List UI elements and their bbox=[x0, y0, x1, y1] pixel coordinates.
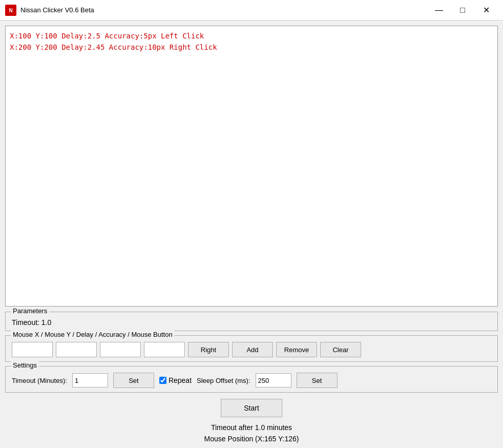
mouse-inputs-row: Right Add Remove Clear bbox=[12, 340, 491, 357]
maximize-button[interactable]: □ bbox=[451, 3, 474, 18]
minimize-button[interactable]: — bbox=[427, 3, 451, 18]
mouse-accuracy-input[interactable] bbox=[144, 342, 185, 357]
settings-legend: Settings bbox=[11, 361, 39, 369]
params-content: Timeout: 1.0 bbox=[12, 316, 491, 327]
window-title: Nissan Clicker V0.6 Beta bbox=[20, 6, 427, 14]
mouse-x-input[interactable] bbox=[12, 342, 53, 357]
parameters-legend: Parameters bbox=[11, 307, 49, 315]
sleep-offset-input[interactable] bbox=[256, 373, 291, 388]
repeat-checkbox[interactable] bbox=[159, 377, 166, 384]
mouse-y-input[interactable] bbox=[56, 342, 97, 357]
log-line-1: X:100 Y:100 Delay:2.5 Accuracy:5px Left … bbox=[10, 30, 493, 42]
mouse-delay-input[interactable] bbox=[100, 342, 141, 357]
remove-button[interactable]: Remove bbox=[276, 342, 317, 357]
status-area: Timeout after 1.0 minutes Mouse Position… bbox=[5, 423, 498, 443]
repeat-label[interactable]: Repeat bbox=[169, 376, 192, 384]
timeout-display: Timeout: 1.0 bbox=[12, 318, 51, 327]
set-timeout-button[interactable]: Set bbox=[113, 373, 154, 388]
settings-fieldset: Settings Timeout (Minutes): Set Repeat S… bbox=[5, 366, 498, 393]
clear-button[interactable]: Clear bbox=[320, 342, 361, 357]
start-area: Start bbox=[5, 399, 498, 417]
bottom-section: Parameters Timeout: 1.0 Mouse X / Mouse … bbox=[5, 312, 498, 443]
right-button[interactable]: Right bbox=[188, 342, 229, 357]
set-sleep-button[interactable]: Set bbox=[297, 373, 338, 388]
add-button[interactable]: Add bbox=[232, 342, 273, 357]
settings-row: Timeout (Minutes): Set Repeat Sleep Offs… bbox=[12, 371, 491, 388]
timeout-minutes-label: Timeout (Minutes): bbox=[12, 377, 67, 384]
title-bar: N Nissan Clicker V0.6 Beta — □ ✕ bbox=[0, 0, 503, 21]
mouse-position-text: Mouse Position (X:165 Y:126) bbox=[204, 435, 299, 443]
mouse-legend: Mouse X / Mouse Y / Delay / Accuracy / M… bbox=[11, 331, 175, 338]
start-button[interactable]: Start bbox=[221, 399, 282, 417]
repeat-checkbox-area: Repeat bbox=[159, 376, 192, 384]
close-button[interactable]: ✕ bbox=[474, 3, 498, 18]
app-icon: N bbox=[5, 5, 16, 16]
timeout-status-text: Timeout after 1.0 minutes bbox=[211, 423, 292, 432]
timeout-minutes-input[interactable] bbox=[72, 373, 108, 388]
sleep-offset-label: Sleep Offset (ms): bbox=[197, 377, 250, 384]
main-content: X:100 Y:100 Delay:2.5 Accuracy:5px Left … bbox=[0, 21, 503, 448]
mouse-fieldset: Mouse X / Mouse Y / Delay / Accuracy / M… bbox=[5, 335, 498, 362]
log-area: X:100 Y:100 Delay:2.5 Accuracy:5px Left … bbox=[5, 26, 498, 307]
svg-text:N: N bbox=[9, 8, 12, 13]
window-controls: — □ ✕ bbox=[427, 3, 498, 18]
parameters-fieldset: Parameters Timeout: 1.0 bbox=[5, 312, 498, 331]
log-line-2: X:200 Y:200 Delay:2.45 Accuracy:10px Rig… bbox=[10, 42, 493, 53]
